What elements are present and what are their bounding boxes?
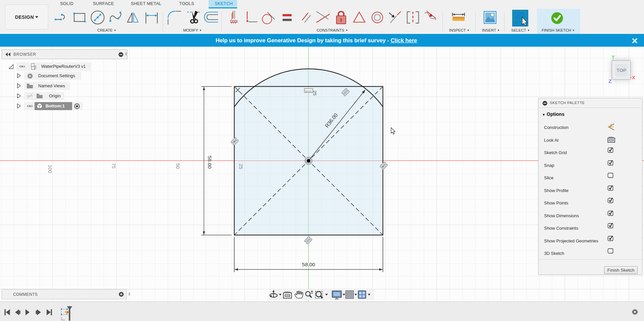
svg-text:100: 100 [47, 165, 53, 173]
svg-text:58.00: 58.00 [207, 156, 213, 169]
svg-text:50: 50 [175, 163, 181, 169]
svg-text:75: 75 [111, 163, 117, 169]
svg-text:25: 25 [238, 164, 244, 169]
svg-text:25: 25 [312, 90, 317, 95]
svg-text:58.00: 58.00 [302, 262, 315, 267]
